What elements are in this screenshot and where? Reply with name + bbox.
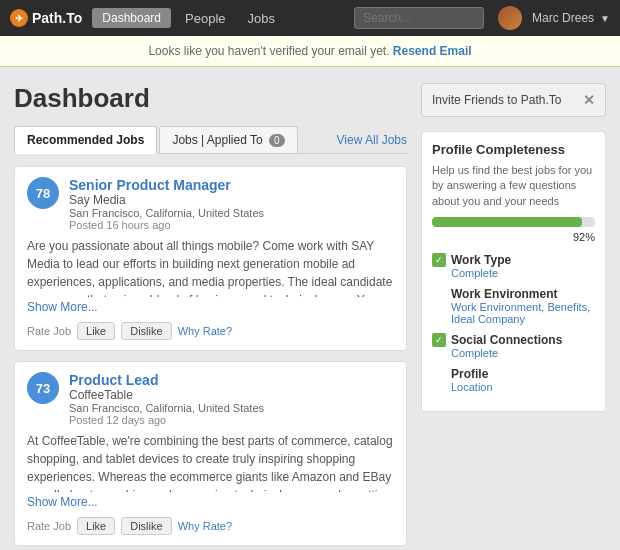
profile-item-header: ✓ Social Connections	[432, 333, 595, 347]
site-logo[interactable]: ✈ Path.To	[10, 9, 82, 27]
tabs-bar: Recommended Jobs Jobs | Applied To 0 Vie…	[14, 126, 407, 154]
alert-banner: Looks like you haven't verified your ema…	[0, 36, 620, 67]
profile-item-sub[interactable]: Work Environment, Benefits, Ideal Compan…	[451, 301, 595, 325]
like-button[interactable]: Like	[77, 322, 115, 340]
applied-badge: 0	[269, 134, 285, 147]
alert-message: Looks like you haven't verified your ema…	[148, 44, 389, 58]
invite-text: Invite Friends to Path.To	[432, 93, 561, 107]
job-location: San Francisco, California, United States	[69, 207, 394, 219]
profile-item: ✓ Work Type Complete	[432, 253, 595, 279]
tab-applied[interactable]: Jobs | Applied To 0	[159, 126, 297, 153]
profile-item: Work Environment Work Environment, Benef…	[432, 287, 595, 325]
main-container: Dashboard Recommended Jobs Jobs | Applie…	[0, 67, 620, 550]
job-title[interactable]: Product Lead	[69, 372, 158, 388]
profile-item-sub[interactable]: Location	[451, 381, 595, 393]
avatar[interactable]	[498, 6, 522, 30]
job-list: 78 Senior Product Manager Say Media San …	[14, 166, 407, 550]
profile-subtitle: Help us find the best jobs for you by an…	[432, 163, 595, 209]
like-button[interactable]: Like	[77, 517, 115, 535]
job-company: CoffeeTable	[69, 388, 394, 402]
job-score: 73	[27, 372, 59, 404]
job-card: 73 Product Lead CoffeeTable San Francisc…	[14, 361, 407, 546]
progress-percent: 92%	[432, 231, 595, 243]
tab-recommended[interactable]: Recommended Jobs	[14, 126, 157, 154]
unchecked-icon	[432, 367, 446, 381]
navbar: ✈ Path.To Dashboard People Jobs Marc Dre…	[0, 0, 620, 36]
job-card-top: 78 Senior Product Manager Say Media San …	[27, 177, 394, 231]
job-info: Product Lead CoffeeTable San Francisco, …	[69, 372, 394, 426]
job-company: Say Media	[69, 193, 394, 207]
why-rate-link[interactable]: Why Rate?	[178, 520, 232, 532]
profile-item-header: Work Environment	[432, 287, 595, 301]
show-more-link[interactable]: Show More...	[27, 495, 98, 509]
job-card: 78 Senior Product Manager Say Media San …	[14, 166, 407, 351]
profile-item: Profile Location	[432, 367, 595, 393]
job-posted: Posted 12 days ago	[69, 414, 394, 426]
view-all-jobs-link[interactable]: View All Jobs	[337, 133, 407, 147]
dislike-button[interactable]: Dislike	[121, 322, 171, 340]
right-column: Invite Friends to Path.To ✕ Profile Comp…	[421, 83, 606, 550]
job-title[interactable]: Senior Product Manager	[69, 177, 231, 193]
user-menu-caret[interactable]: ▼	[600, 13, 610, 24]
unchecked-icon	[432, 287, 446, 301]
show-more-link[interactable]: Show More...	[27, 300, 98, 314]
profile-items: ✓ Work Type Complete Work Environment Wo…	[432, 253, 595, 393]
job-actions: Rate Job Like Dislike Why Rate?	[27, 322, 394, 340]
nav-people-link[interactable]: People	[177, 11, 233, 26]
profile-completeness-title: Profile Completeness	[432, 142, 595, 157]
job-desc: At CoffeeTable, we're combining the best…	[27, 432, 394, 492]
why-rate-link[interactable]: Why Rate?	[178, 325, 232, 337]
job-card-top: 73 Product Lead CoffeeTable San Francisc…	[27, 372, 394, 426]
dislike-button[interactable]: Dislike	[121, 517, 171, 535]
profile-item-name: Profile	[451, 367, 488, 381]
profile-item-header: Profile	[432, 367, 595, 381]
profile-item-sub[interactable]: Complete	[451, 347, 595, 359]
profile-completeness-box: Profile Completeness Help us find the be…	[421, 131, 606, 412]
job-score: 78	[27, 177, 59, 209]
username-label: Marc Drees	[532, 11, 594, 25]
profile-item-name: Work Environment	[451, 287, 557, 301]
job-actions: Rate Job Like Dislike Why Rate?	[27, 517, 394, 535]
job-posted: Posted 16 hours ago	[69, 219, 394, 231]
rate-label: Rate Job	[27, 520, 71, 532]
job-location: San Francisco, California, United States	[69, 402, 394, 414]
job-info: Senior Product Manager Say Media San Fra…	[69, 177, 394, 231]
check-icon: ✓	[432, 253, 446, 267]
profile-item-name: Social Connections	[451, 333, 562, 347]
resend-email-link[interactable]: Resend Email	[393, 44, 472, 58]
search-input[interactable]	[354, 7, 484, 29]
logo-icon: ✈	[10, 9, 28, 27]
progress-fill	[432, 217, 582, 227]
nav-jobs-link[interactable]: Jobs	[240, 11, 283, 26]
profile-item: ✓ Social Connections Complete	[432, 333, 595, 359]
profile-item-header: ✓ Work Type	[432, 253, 595, 267]
logo-text: Path.To	[32, 10, 82, 26]
job-desc: Are you passionate about all things mobi…	[27, 237, 394, 297]
profile-item-name: Work Type	[451, 253, 511, 267]
profile-item-sub[interactable]: Complete	[451, 267, 595, 279]
nav-dashboard-button[interactable]: Dashboard	[92, 8, 171, 28]
progress-bar	[432, 217, 595, 227]
invite-box: Invite Friends to Path.To ✕	[421, 83, 606, 117]
left-column: Dashboard Recommended Jobs Jobs | Applie…	[14, 83, 407, 550]
rate-label: Rate Job	[27, 325, 71, 337]
check-icon: ✓	[432, 333, 446, 347]
page-title: Dashboard	[14, 83, 407, 114]
invite-close-button[interactable]: ✕	[583, 92, 595, 108]
